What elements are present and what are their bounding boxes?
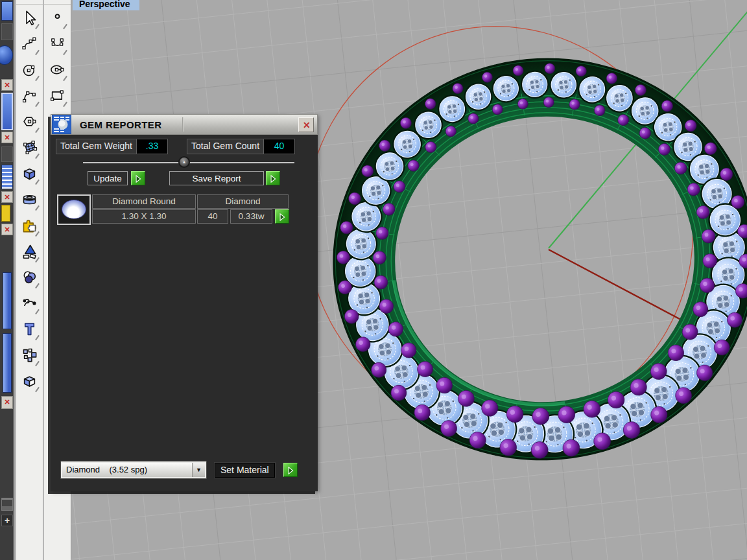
update-button[interactable]: Update <box>88 171 128 185</box>
toolbar-main <box>16 0 43 560</box>
toolbar-grip[interactable] <box>16 0 43 5</box>
material-dropdown[interactable]: Diamond (3.52 spg) ▼ <box>61 461 206 478</box>
patch-surface-icon[interactable] <box>16 134 43 160</box>
arc-icon[interactable] <box>16 82 43 108</box>
set-material-go-button[interactable] <box>283 463 298 477</box>
panel-splitter[interactable]: ▲ <box>83 162 294 163</box>
blue-scroll-thumb[interactable] <box>3 333 12 393</box>
total-count-group: Total Gem Count 40 <box>187 139 295 154</box>
thumb-button-blue[interactable] <box>1 1 13 21</box>
title-divider <box>182 117 184 132</box>
gem-shape-cell: Diamond Round <box>92 194 196 209</box>
gem-image <box>62 200 86 219</box>
toolbar-close-icon[interactable]: ✕ <box>1 79 13 91</box>
set-material-button[interactable]: Set Material <box>215 463 275 478</box>
chevron-up-icon: ▲ <box>182 159 187 164</box>
extrude-icon[interactable] <box>16 238 43 264</box>
add-icon[interactable]: + <box>1 515 13 526</box>
totals-row: Total Gem Weight .33 Total Gem Count 40 <box>56 139 313 154</box>
handle-curve-icon[interactable] <box>16 290 43 316</box>
toolbar-close-icon[interactable]: ✕ <box>1 396 13 409</box>
total-weight-value: .33 <box>137 139 168 154</box>
render-color-icon[interactable] <box>16 264 43 290</box>
gem-weight-cell: 0.33tw <box>230 209 272 224</box>
gem-row-go-button[interactable] <box>275 209 289 224</box>
gem-thumbnail[interactable] <box>57 194 91 225</box>
blocks-icon[interactable] <box>16 342 43 368</box>
gem-table-row: Diamond Round Diamond 1.30 X 1.30 40 0.3… <box>57 194 303 226</box>
play-icon <box>268 174 278 184</box>
puzzle-icon[interactable] <box>16 212 43 238</box>
save-report-button[interactable]: Save Report <box>169 171 264 185</box>
polygon-icon[interactable] <box>16 108 43 134</box>
toolbar-close-icon[interactable]: ✕ <box>1 132 13 143</box>
total-count-value: 40 <box>264 139 295 154</box>
gem-material-cell: Diamond <box>197 194 289 209</box>
action-buttons-row: Update Save Report <box>51 171 318 185</box>
gem-reporter-icon <box>52 115 71 134</box>
layers-list-icon[interactable] <box>1 165 13 189</box>
docked-panel-strip: ✕✕✕✕✕+ <box>0 0 14 560</box>
save-icon[interactable] <box>1 498 13 511</box>
total-weight-label: Total Gem Weight <box>56 139 137 154</box>
thumb-button-dark[interactable] <box>1 23 13 40</box>
revolve-surface-icon[interactable] <box>16 186 43 212</box>
material-row: Diamond (3.52 spg) ▼ Set Material <box>61 461 313 480</box>
material-dropdown-value: Diamond (3.52 spg) <box>62 463 192 477</box>
play-icon <box>285 465 296 476</box>
close-icon[interactable]: ✕ <box>298 117 314 132</box>
select-arrow-icon[interactable] <box>16 5 43 30</box>
update-go-button[interactable] <box>131 171 145 185</box>
rectangle-icon[interactable] <box>44 82 71 108</box>
gem-count-cell: 40 <box>197 209 228 224</box>
thumb-button-dark[interactable] <box>1 146 13 162</box>
toolbar-close-icon[interactable]: ✕ <box>1 191 13 203</box>
circle-icon[interactable] <box>16 56 43 82</box>
yellow-swatch-icon[interactable] <box>1 205 10 222</box>
splitter-knob[interactable]: ▲ <box>178 156 190 168</box>
toolbar-grip[interactable] <box>44 0 71 5</box>
curve-points-icon[interactable] <box>16 30 43 56</box>
chevron-down-icon[interactable]: ▼ <box>192 463 205 477</box>
gem-size-cell: 1.30 X 1.30 <box>92 209 196 224</box>
dialog-title-bar[interactable]: GEM REPORTER ✕ <box>51 114 318 135</box>
ellipse-icon[interactable] <box>44 56 71 82</box>
play-icon <box>133 174 143 184</box>
gem-reporter-dialog: GEM REPORTER ✕ Total Gem Weight .33 Tota… <box>51 114 318 491</box>
cube-icon[interactable] <box>16 368 43 393</box>
text-icon[interactable] <box>16 316 43 342</box>
dialog-title: GEM REPORTER <box>80 119 161 130</box>
box-icon[interactable] <box>16 160 43 186</box>
save-report-go-button[interactable] <box>266 171 280 185</box>
u-curve-icon[interactable] <box>44 30 71 56</box>
sphere-tool-icon[interactable] <box>0 45 13 65</box>
play-icon <box>277 212 287 222</box>
thumb-panel-blue[interactable] <box>1 93 13 130</box>
toolbar-close-icon[interactable]: ✕ <box>1 224 13 235</box>
blue-scroll-thumb[interactable] <box>3 272 12 329</box>
total-count-label: Total Gem Count <box>187 139 264 154</box>
total-weight-group: Total Gem Weight .33 <box>56 139 168 154</box>
point-icon[interactable] <box>44 5 71 30</box>
viewport-tab-perspective[interactable]: Perspective <box>73 0 139 10</box>
